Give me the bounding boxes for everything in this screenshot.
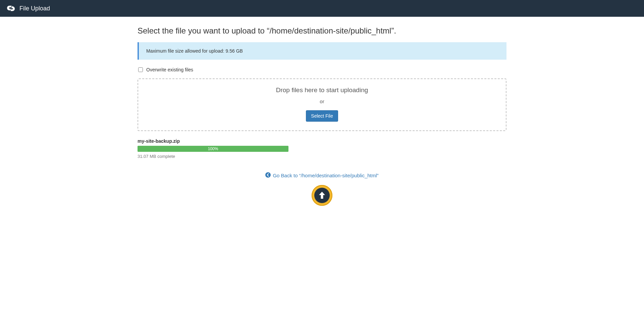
progress-bar: 100% [138, 146, 288, 152]
main-container: Select the file you want to upload to “/… [131, 17, 513, 212]
overwrite-checkbox[interactable] [138, 67, 143, 72]
upload-arrow-icon [317, 191, 327, 200]
page-heading: Select the file you want to upload to “/… [138, 26, 506, 36]
select-file-button[interactable]: Select File [306, 110, 338, 122]
go-back-row: Go Back to “/home/destination-site/publi… [138, 172, 506, 179]
upload-badge-icon [312, 185, 332, 206]
page-header: File Upload [0, 0, 644, 17]
upload-badge-inner [314, 188, 330, 203]
header-title: File Upload [19, 5, 50, 12]
heading-suffix: . [394, 26, 396, 35]
dropzone-text: Drop files here to start uploading [145, 86, 499, 94]
info-banner: Maximum file size allowed for upload: 9.… [138, 42, 506, 60]
heading-prefix: Select the file you want to upload to [138, 26, 267, 35]
info-banner-text: Maximum file size allowed for upload: 9.… [146, 48, 243, 54]
dropzone-or: or [145, 99, 499, 104]
upload-big-icon-wrapper [138, 185, 506, 206]
overwrite-row: Overwrite existing files [138, 67, 506, 72]
upload-item: my-site-backup.zip 100% 31.07 MB complet… [138, 138, 288, 159]
go-back-link[interactable]: Go Back to “/home/destination-site/publi… [265, 172, 378, 179]
upload-filename: my-site-backup.zip [138, 138, 288, 144]
svg-point-0 [265, 172, 271, 178]
arrow-left-circle-icon [265, 172, 271, 179]
go-back-text: Go Back to “/home/destination-site/publi… [273, 173, 378, 178]
heading-path: “/home/destination-site/public_html” [267, 26, 394, 35]
upload-status: 31.07 MB complete [138, 154, 288, 159]
cpanel-logo-icon [7, 5, 15, 12]
overwrite-label[interactable]: Overwrite existing files [146, 67, 193, 72]
dropzone[interactable]: Drop files here to start uploading or Se… [138, 78, 506, 131]
